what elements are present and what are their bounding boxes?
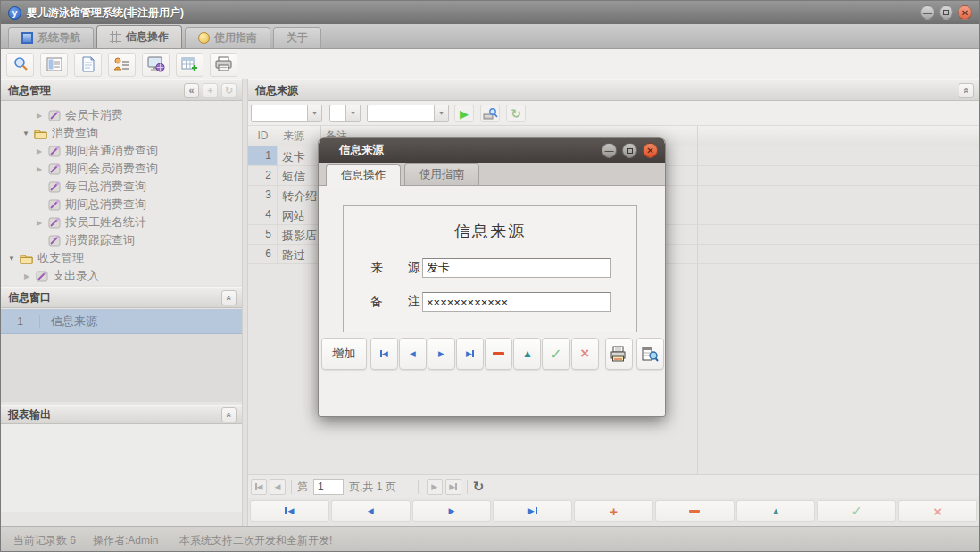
filter-operator-select[interactable]: ▼ — [329, 105, 361, 122]
tree-item[interactable]: 每日总消费查询 — [1, 178, 242, 196]
expander-icon[interactable]: ▼ — [8, 255, 15, 263]
dialog-minimize-button[interactable]: — — [602, 143, 617, 158]
first-record-button[interactable]: ◀ — [250, 500, 329, 522]
dialog-tab-info-operation[interactable]: 信息操作 — [326, 164, 401, 186]
close-button[interactable]: ✕ — [958, 5, 972, 20]
minus-icon — [689, 510, 700, 513]
next-record-button[interactable]: ▶ — [412, 500, 492, 522]
prev-page-button[interactable]: ◀ — [270, 479, 286, 495]
edit-record-button[interactable]: ▲ — [736, 500, 816, 522]
dialog-cancel-button[interactable]: × — [571, 338, 599, 370]
expander-icon[interactable]: ▶ — [37, 147, 44, 155]
column-header-source[interactable]: 来源 — [278, 126, 320, 146]
info-source-dialog: 信息来源 — ✕ 信息操作 使用指南 信息来源 来 源 备 注 — [318, 137, 666, 417]
cancel-record-button[interactable]: × — [898, 500, 977, 522]
refresh-panel-button[interactable]: ↻ — [221, 83, 237, 98]
maximize-button[interactable] — [939, 5, 953, 20]
tab-user-guide[interactable]: 使用指南 — [185, 27, 270, 48]
chevron-down-icon[interactable]: ▼ — [345, 105, 360, 121]
system-nav-icon — [21, 32, 33, 44]
filter-value-select[interactable]: ▼ — [367, 105, 449, 122]
remark-input[interactable] — [422, 292, 611, 312]
refresh-grid-icon[interactable]: ↻ — [473, 479, 485, 495]
source-input[interactable] — [422, 258, 611, 278]
list-item-selected[interactable]: 1 信息来源 — [1, 309, 242, 334]
insert-record-button[interactable]: + — [574, 500, 653, 522]
sidebar-splitter[interactable] — [242, 79, 248, 526]
add-panel-button[interactable]: + — [203, 83, 218, 98]
form-groupbox: 信息来源 来 源 备 注 — [343, 205, 637, 348]
tree-item[interactable]: ▶ 期间会员消费查询 — [1, 160, 242, 178]
tree-item[interactable]: ▼ 收支管理 — [1, 249, 242, 267]
expander-icon[interactable]: ▶ — [37, 112, 44, 120]
post-record-button[interactable]: ✓ — [817, 500, 896, 522]
column-header-id[interactable]: ID — [248, 126, 278, 146]
minimize-button[interactable]: — — [920, 5, 934, 20]
collapse-up-button[interactable]: « — [221, 290, 237, 305]
dialog-first-button[interactable]: ◀ — [370, 338, 398, 370]
operator-list-button[interactable] — [108, 53, 136, 77]
collapse-up-button[interactable]: « — [959, 83, 974, 98]
page-number-input[interactable] — [313, 479, 344, 495]
x-icon: × — [580, 345, 589, 363]
search-button[interactable] — [6, 53, 34, 77]
dialog-title: 信息来源 — [339, 143, 384, 158]
tree-item[interactable]: ▶ 按员工姓名统计 — [1, 213, 242, 231]
tab-system-nav[interactable]: 系统导航 — [8, 27, 94, 48]
dialog-delete-button[interactable] — [485, 338, 512, 370]
form-view-button[interactable] — [40, 53, 68, 77]
dialog-maximize-button[interactable] — [622, 143, 637, 158]
document-button[interactable] — [74, 53, 102, 77]
next-page-button[interactable]: ▶ — [427, 479, 443, 495]
chevron-down-icon[interactable]: ▼ — [307, 105, 321, 121]
tree-item[interactable]: ▶ 会员卡消费 — [1, 106, 242, 124]
query-icon — [48, 234, 61, 247]
collapse-up-button[interactable]: « — [221, 407, 237, 422]
dialog-print-preview-button[interactable] — [636, 338, 664, 370]
minus-icon — [493, 352, 504, 355]
tab-about[interactable]: 关于 — [273, 27, 321, 48]
search-settings-icon — [483, 107, 498, 121]
tree-item[interactable]: ▶ 期间普通消费查询 — [1, 142, 242, 160]
remark-label: 注 — [408, 294, 420, 310]
collapse-left-button[interactable]: « — [184, 83, 199, 98]
dialog-titlebar[interactable]: 信息来源 — ✕ — [319, 138, 665, 163]
execute-filter-button[interactable]: ▶ — [454, 105, 474, 122]
expander-icon[interactable]: ▼ — [22, 130, 29, 138]
status-message: 本系统支持二次开发和全新开发! — [179, 533, 332, 548]
dialog-prev-button[interactable]: ◀ — [399, 338, 427, 370]
first-page-button[interactable]: ◀ — [251, 479, 267, 495]
expander-icon[interactable]: ▶ — [37, 165, 44, 173]
tree-item[interactable]: ▶ 支出录入 — [1, 267, 242, 285]
filter-field-select[interactable]: ▼ — [251, 105, 322, 122]
dialog-close-button[interactable]: ✕ — [643, 143, 658, 158]
dialog-next-button[interactable]: ▶ — [428, 338, 455, 370]
expander-icon[interactable]: ▶ — [37, 219, 44, 227]
expander-icon[interactable]: ▶ — [24, 272, 31, 280]
dialog-edit-button[interactable]: ▲ — [513, 338, 541, 370]
row-id-cell-selected[interactable]: 1 — [248, 146, 278, 165]
operator-label: 操作者:Admin — [93, 533, 158, 548]
tree-item[interactable]: ▼ 消费查询 — [1, 124, 242, 142]
last-record-button[interactable]: ▶ — [493, 500, 572, 522]
refresh-data-button[interactable]: ↻ — [506, 105, 526, 122]
record-count: 当前记录数 6 — [13, 533, 76, 548]
monitor-globe-button[interactable] — [142, 53, 170, 77]
dialog-print-button[interactable] — [605, 338, 633, 370]
tree-item[interactable]: 期间总消费查询 — [1, 196, 242, 213]
dialog-last-button[interactable]: ▶ — [456, 338, 484, 370]
printer-button[interactable] — [210, 53, 237, 77]
chevron-down-icon[interactable]: ▼ — [434, 105, 448, 121]
last-page-button[interactable]: ▶ — [445, 479, 461, 495]
dialog-post-button[interactable]: ✓ — [542, 338, 569, 370]
prev-record-button[interactable]: ◀ — [331, 500, 411, 522]
document-icon — [80, 56, 96, 72]
table-add-button[interactable] — [176, 53, 203, 77]
tab-info-operation[interactable]: 信息操作 — [96, 25, 182, 48]
page-label-before: 第 — [297, 480, 308, 495]
dialog-tab-user-guide[interactable]: 使用指南 — [404, 163, 479, 185]
delete-record-button[interactable] — [655, 500, 735, 522]
add-button[interactable]: 增加 — [321, 338, 367, 370]
advanced-search-button[interactable] — [480, 105, 500, 122]
tree-item[interactable]: 消费跟踪查询 — [1, 231, 242, 249]
